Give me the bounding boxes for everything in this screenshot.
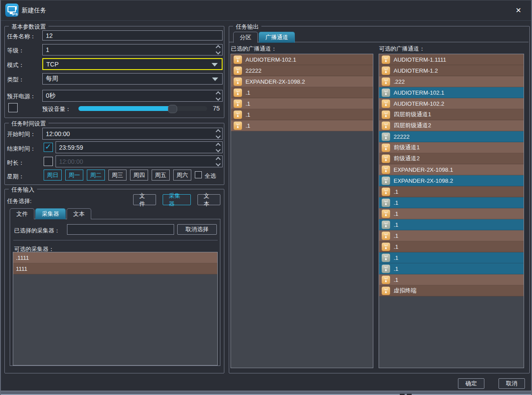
broadcast-channel-icon bbox=[382, 89, 390, 97]
source-button[interactable]: 文本 bbox=[197, 194, 220, 205]
ok-button[interactable]: 确定 bbox=[458, 378, 484, 389]
channel-name: 前级通道1 bbox=[394, 144, 420, 151]
cancel-select-button[interactable]: 取消选择 bbox=[177, 224, 217, 235]
selected-collector-input[interactable] bbox=[67, 224, 174, 235]
channel-list-item[interactable]: .1 bbox=[231, 120, 373, 131]
channel-name: .1 bbox=[394, 266, 398, 272]
channel-name: AUDIOTERM-102.2 bbox=[394, 100, 444, 107]
close-icon[interactable]: ✕ bbox=[516, 6, 521, 15]
channel-name: .1 bbox=[246, 111, 250, 118]
input-tab[interactable]: 文本 bbox=[67, 208, 91, 219]
mode-label: 模式： bbox=[7, 61, 24, 69]
collector-list-item[interactable]: .1111 bbox=[13, 252, 217, 263]
channel-list-item[interactable]: .1 bbox=[379, 186, 524, 197]
channel-list-item[interactable]: .1 bbox=[231, 109, 373, 120]
channel-list-item[interactable]: .1 bbox=[379, 197, 524, 208]
mode-select[interactable]: TCP bbox=[42, 58, 223, 70]
broadcast-channel-icon bbox=[382, 66, 390, 75]
channel-list-item[interactable]: 四层前级通道2 bbox=[379, 120, 524, 131]
channel-name: EXPANDER-2X-1098.2 bbox=[246, 78, 305, 85]
channel-list-item[interactable]: AUDIOTERM-102.1 bbox=[379, 87, 524, 98]
channel-list-item[interactable]: AUDIOTERM-102.1 bbox=[231, 54, 373, 65]
channel-list-item[interactable]: 四层前级通道1 bbox=[379, 109, 524, 120]
volume-slider-fill bbox=[78, 106, 172, 111]
week-day-button[interactable]: 周五 bbox=[152, 170, 170, 181]
week-day-buttons: 周日周一周二周三周四周五周六 bbox=[44, 170, 191, 181]
ips-label: IPS bbox=[12, 12, 18, 16]
channel-name: 四层前级通道1 bbox=[394, 111, 431, 118]
channel-list-item[interactable]: 22222 bbox=[379, 131, 524, 142]
collector-list-item[interactable]: 1111 bbox=[13, 263, 217, 274]
monitor-icon bbox=[7, 6, 16, 12]
channel-list-item[interactable]: .222 bbox=[379, 76, 524, 87]
input-tab[interactable]: 文件 bbox=[10, 208, 34, 219]
level-spinner[interactable]: 1 bbox=[42, 44, 223, 55]
channel-list-item[interactable]: 前级通道2 bbox=[379, 153, 524, 164]
channel-list-item[interactable]: 虚拟终端 bbox=[379, 285, 524, 296]
broadcast-channel-icon bbox=[382, 221, 390, 229]
source-button[interactable]: 文件 bbox=[133, 194, 156, 205]
channel-list-item[interactable]: .1 bbox=[379, 274, 524, 285]
cancel-button[interactable]: 取消 bbox=[499, 378, 525, 389]
channel-list-item[interactable]: 22222 bbox=[231, 65, 373, 76]
ips-app-icon: IPS bbox=[5, 4, 19, 17]
spinner-arrows-icon[interactable] bbox=[216, 144, 220, 151]
output-tabs: 分区广播通道 bbox=[233, 32, 296, 43]
volume-enable-checkbox[interactable] bbox=[8, 103, 18, 112]
week-day-button[interactable]: 周四 bbox=[130, 170, 148, 181]
start-time-spinner[interactable]: 12:00:00 bbox=[42, 128, 223, 140]
task-name-input[interactable] bbox=[42, 30, 223, 41]
channel-list-item[interactable]: .1 bbox=[231, 98, 373, 109]
broadcast-channel-icon bbox=[234, 111, 242, 119]
channel-name: AUDIOTERM-102.1 bbox=[246, 56, 296, 63]
volume-value: 75 bbox=[213, 105, 220, 112]
channel-list-item[interactable]: .1 bbox=[379, 219, 524, 230]
channel-name: EXPANDER-2X-1098.1 bbox=[394, 166, 453, 173]
channel-list-item[interactable]: .1 bbox=[379, 263, 524, 274]
spinner-arrows-icon[interactable] bbox=[216, 130, 220, 138]
input-tab[interactable]: 采集器 bbox=[35, 208, 66, 219]
power-delay-spinner[interactable]: 0秒 bbox=[42, 90, 223, 102]
end-time-value: 23:59:59 bbox=[59, 144, 83, 151]
week-day-button[interactable]: 周一 bbox=[65, 170, 83, 181]
channel-list-item[interactable]: AUDIOTERM-102.2 bbox=[379, 98, 524, 109]
week-day-button[interactable]: 周二 bbox=[87, 170, 105, 181]
channel-list-item[interactable]: AUDIOTERM-1.1111 bbox=[379, 54, 524, 65]
exclamation-icon bbox=[16, 6, 17, 10]
week-day-button[interactable]: 周日 bbox=[44, 170, 62, 181]
broadcast-channel-icon bbox=[382, 55, 390, 64]
duration-checkbox[interactable] bbox=[44, 157, 53, 166]
week-day-button[interactable]: 周三 bbox=[108, 170, 126, 181]
spinner-arrows-icon[interactable] bbox=[216, 92, 220, 100]
channel-name: AUDIOTERM-102.1 bbox=[394, 89, 444, 96]
type-select[interactable]: 每周 bbox=[42, 73, 223, 85]
available-channels-header: 可选的广播通道： bbox=[379, 45, 425, 53]
channel-list-item[interactable]: EXPANDER-2X-1098.1 bbox=[379, 164, 524, 175]
channel-list-item[interactable]: 前级通道1 bbox=[379, 142, 524, 153]
end-time-spinner[interactable]: 23:59:59 bbox=[56, 141, 223, 153]
channel-list-item[interactable]: .1 bbox=[231, 87, 373, 98]
week-day-button[interactable]: 周六 bbox=[173, 170, 191, 181]
channel-list-item[interactable]: .1 bbox=[379, 230, 524, 241]
channel-list-item[interactable]: AUDIOTERM-1.2 bbox=[379, 65, 524, 76]
end-time-checkbox[interactable] bbox=[44, 143, 53, 152]
channel-name: 四层前级通道2 bbox=[394, 122, 431, 129]
channel-list-item[interactable]: .1 bbox=[379, 252, 524, 263]
output-tab[interactable]: 广播通道 bbox=[259, 32, 295, 43]
channel-name: .1 bbox=[394, 221, 398, 228]
volume-slider-handle[interactable] bbox=[168, 105, 177, 113]
channel-list-item[interactable]: EXPANDER-2X-1098.2 bbox=[379, 175, 524, 186]
channel-list-item[interactable]: EXPANDER-2X-1098.2 bbox=[231, 76, 373, 87]
select-all-checkbox[interactable] bbox=[195, 171, 202, 178]
channel-name: .1 bbox=[246, 122, 250, 129]
end-time-label: 结束时间： bbox=[7, 145, 36, 153]
source-button[interactable]: 采集器 bbox=[163, 194, 191, 205]
chevron-down-icon bbox=[212, 78, 218, 81]
channel-list-item[interactable]: .1 bbox=[379, 208, 524, 219]
output-tab[interactable]: 分区 bbox=[233, 32, 258, 43]
spinner-arrows-icon[interactable] bbox=[216, 46, 220, 54]
volume-slider[interactable] bbox=[78, 106, 207, 111]
start-time-label: 开始时间： bbox=[7, 130, 36, 138]
channel-list-item[interactable]: .1 bbox=[379, 241, 524, 252]
spinner-arrows-icon bbox=[216, 158, 220, 166]
